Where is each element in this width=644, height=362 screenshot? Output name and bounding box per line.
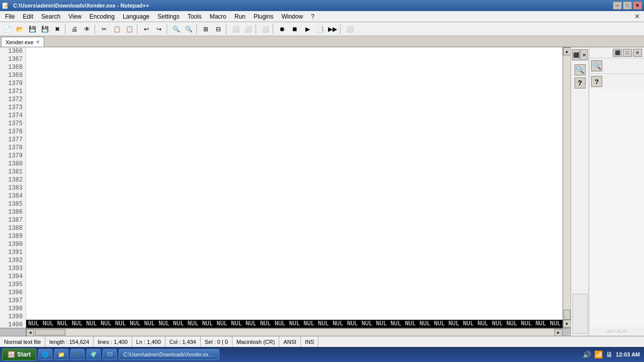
- editor-line[interactable]: [26, 224, 562, 232]
- start-button[interactable]: 🪟 Start: [2, 348, 36, 360]
- toolbar-paste[interactable]: 📋: [123, 24, 135, 35]
- editor-line[interactable]: [26, 104, 562, 112]
- tab-close-button[interactable]: ✕: [36, 39, 40, 45]
- toolbar-x-button[interactable]: ✕: [631, 13, 643, 20]
- taskbar-folder-icon[interactable]: 📁: [54, 349, 68, 360]
- editor-content-wrap[interactable]: NUL NUL NUL NUL NUL NUL NUL NUL NUL NUL …: [26, 47, 562, 328]
- taskbar-open-window[interactable]: C:\Users\admin\Downloads\Xender.exe - N.…: [119, 349, 219, 360]
- taskbar-media-icon[interactable]: 🎵: [70, 349, 85, 360]
- fr-btn-maximize[interactable]: □: [623, 49, 632, 57]
- editor-line[interactable]: [26, 128, 562, 136]
- menu-language[interactable]: Language: [119, 11, 153, 22]
- toolbar-redo[interactable]: ↪: [153, 24, 165, 35]
- editor-line[interactable]: [26, 55, 562, 63]
- menu-plugins[interactable]: Plugins: [250, 11, 277, 22]
- editor-line[interactable]: [26, 289, 562, 297]
- toolbar-print[interactable]: 🖨: [68, 24, 80, 35]
- toolbar-copy[interactable]: 📋: [111, 24, 123, 35]
- menu-run[interactable]: Run: [230, 11, 250, 22]
- editor-line[interactable]: [26, 152, 562, 160]
- toolbar-sync-v[interactable]: ⬜: [229, 24, 242, 35]
- maximize-button[interactable]: □: [623, 2, 632, 10]
- editor-line[interactable]: [26, 168, 562, 176]
- editor-lines[interactable]: [26, 47, 562, 320]
- scroll-track-h[interactable]: [34, 329, 554, 336]
- taskbar-ie-icon[interactable]: 🌐: [38, 349, 52, 360]
- toolbar-cut[interactable]: ✂: [98, 24, 110, 35]
- editor-line[interactable]: [26, 232, 562, 240]
- toolbar-find[interactable]: 🔍: [170, 24, 182, 35]
- vertical-scrollbar[interactable]: ▲ ▼: [562, 47, 571, 328]
- editor-line[interactable]: [26, 112, 562, 120]
- editor-line[interactable]: [26, 192, 562, 200]
- side-panel-close-x[interactable]: ✕: [580, 49, 588, 60]
- editor-line[interactable]: [26, 136, 562, 144]
- editor-line[interactable]: [26, 144, 562, 152]
- menu-tools[interactable]: Tools: [184, 11, 206, 22]
- editor-line[interactable]: [26, 160, 562, 168]
- editor-line[interactable]: [26, 176, 562, 184]
- menu-search[interactable]: Search: [37, 11, 64, 22]
- toolbar-zoom-out[interactable]: ⊟: [212, 24, 224, 35]
- editor-line[interactable]: [26, 208, 562, 216]
- menu-view[interactable]: View: [64, 11, 86, 22]
- editor-line[interactable]: [26, 216, 562, 224]
- taskbar-browser-icon[interactable]: 🌍: [87, 349, 101, 360]
- toolbar-macro-play[interactable]: ▶: [301, 24, 313, 35]
- toolbar-snippet[interactable]: ⬜: [344, 24, 356, 35]
- toolbar-new[interactable]: 📄: [1, 24, 13, 35]
- editor-line[interactable]: [26, 256, 562, 264]
- toolbar-zoom-in[interactable]: ⊞: [200, 24, 212, 35]
- menu-window[interactable]: Window: [277, 11, 307, 22]
- editor-line[interactable]: [26, 297, 562, 305]
- taskbar-security-icon[interactable]: 🛡: [103, 349, 117, 360]
- fr-search-icon[interactable]: 🔍: [591, 60, 602, 71]
- toolbar-macro-save[interactable]: 📑: [314, 24, 326, 35]
- editor-line[interactable]: [26, 120, 562, 128]
- editor-line[interactable]: [26, 71, 562, 79]
- fr-help-icon[interactable]: ?: [591, 76, 602, 87]
- editor-line[interactable]: [26, 47, 562, 55]
- editor-line[interactable]: [26, 240, 562, 248]
- close-button[interactable]: ✕: [633, 2, 642, 10]
- scroll-down-button[interactable]: ▼: [563, 320, 571, 328]
- toolbar-open[interactable]: 📂: [14, 24, 26, 35]
- editor-line[interactable]: [26, 63, 562, 71]
- toolbar-undo[interactable]: ↩: [140, 24, 152, 35]
- toolbar-replace[interactable]: 🔍: [183, 24, 195, 35]
- toolbar-save-all[interactable]: 💾: [39, 24, 51, 35]
- editor-line[interactable]: [26, 313, 562, 320]
- editor-line[interactable]: [26, 79, 562, 87]
- tab-xender-exe[interactable]: Xender.exe ✕: [1, 37, 44, 47]
- scroll-thumb-v[interactable]: [564, 310, 571, 320]
- side-search-button[interactable]: 🔍: [575, 64, 586, 75]
- editor-line[interactable]: [26, 87, 562, 96]
- toolbar-macro-stop[interactable]: ⏹: [289, 24, 301, 35]
- minimize-button[interactable]: ─: [613, 2, 622, 10]
- toolbar-run-macro[interactable]: ▶▶: [327, 24, 339, 35]
- menu-settings[interactable]: Settings: [153, 11, 183, 22]
- toolbar-save[interactable]: 💾: [26, 24, 38, 35]
- menu-encoding[interactable]: Encoding: [86, 11, 119, 22]
- scroll-thumb-h[interactable]: [35, 329, 65, 335]
- toolbar-print-preview[interactable]: 👁: [81, 24, 93, 35]
- editor-line[interactable]: [26, 96, 562, 104]
- editor-line[interactable]: [26, 281, 562, 289]
- scroll-left-button[interactable]: ◄: [26, 329, 34, 336]
- menu-file[interactable]: File: [1, 11, 19, 22]
- toolbar-close-doc[interactable]: ✖: [51, 24, 63, 35]
- horizontal-scrollbar[interactable]: ◄ ►: [26, 328, 562, 336]
- side-scrollbar[interactable]: [573, 294, 588, 334]
- editor-line[interactable]: [26, 184, 562, 192]
- scroll-track-v[interactable]: [563, 55, 571, 320]
- editor-line[interactable]: [26, 248, 562, 256]
- scroll-right-button[interactable]: ►: [554, 329, 562, 336]
- menu-edit[interactable]: Edit: [19, 11, 37, 22]
- editor-line[interactable]: [26, 200, 562, 208]
- toolbar-sync-h[interactable]: ⬜: [242, 24, 254, 35]
- side-panel-close[interactable]: ⬛: [572, 49, 580, 60]
- fr-btn-restore[interactable]: ⬛: [613, 49, 622, 57]
- editor-line[interactable]: [26, 273, 562, 281]
- scroll-up-button[interactable]: ▲: [563, 47, 571, 55]
- menu-macro[interactable]: Macro: [206, 11, 230, 22]
